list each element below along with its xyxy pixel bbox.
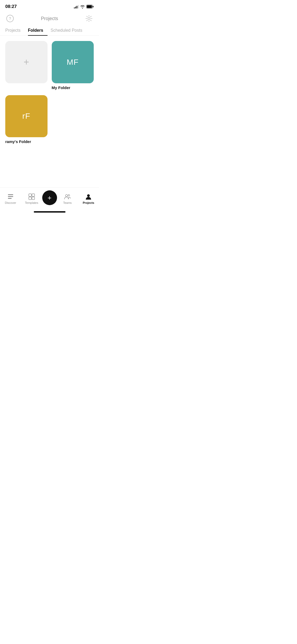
my-folder-tile[interactable]: MF	[52, 41, 94, 83]
templates-icon	[28, 193, 35, 200]
ramys-folder-name: ramy's Folder	[5, 139, 31, 144]
battery-icon	[86, 5, 94, 8]
ramys-folder-initials: rF	[22, 112, 30, 121]
svg-rect-1	[87, 5, 92, 8]
second-row: rF ramy's Folder	[0, 95, 99, 149]
bottom-nav: Discover Templates + Teams	[0, 187, 99, 215]
signal-icon	[74, 5, 79, 8]
header: ? Projects	[0, 12, 99, 25]
add-button[interactable]: +	[42, 190, 57, 205]
svg-rect-11	[29, 197, 31, 200]
my-folder-card[interactable]: MF My Folder	[52, 41, 94, 90]
my-folder-initials: MF	[67, 58, 79, 67]
wifi-icon	[80, 5, 85, 8]
add-plus-icon: +	[48, 194, 51, 201]
svg-text:?: ?	[9, 16, 11, 21]
status-bar: 08:27	[0, 0, 99, 12]
add-folder-tile[interactable]: +	[5, 41, 48, 83]
tab-folders[interactable]: Folders	[28, 25, 48, 35]
svg-rect-9	[29, 194, 31, 196]
teams-label: Teams	[63, 201, 72, 204]
home-indicator	[34, 211, 65, 213]
nav-item-add[interactable]: +	[42, 190, 57, 207]
ramys-folder-tile[interactable]: rF	[5, 95, 48, 137]
status-time: 08:27	[5, 4, 17, 9]
nav-item-projects[interactable]: Projects	[78, 193, 99, 204]
settings-button[interactable]	[84, 14, 94, 23]
status-icons	[74, 5, 94, 8]
nav-item-discover[interactable]: Discover	[0, 193, 21, 204]
add-folder-icon: +	[23, 57, 29, 67]
svg-rect-12	[32, 197, 35, 200]
my-folder-name: My Folder	[52, 85, 70, 90]
folders-grid: + MF My Folder	[0, 36, 99, 95]
help-button[interactable]: ?	[5, 14, 15, 23]
svg-point-14	[68, 195, 70, 196]
add-folder-card[interactable]: +	[5, 41, 48, 90]
svg-point-5	[88, 17, 90, 20]
teams-icon	[64, 193, 71, 200]
templates-label: Templates	[25, 201, 38, 204]
nav-item-teams[interactable]: Teams	[57, 193, 78, 204]
nav-item-templates[interactable]: Templates	[21, 193, 42, 204]
tab-projects[interactable]: Projects	[5, 25, 25, 35]
projects-icon	[85, 193, 92, 200]
discover-icon	[7, 193, 14, 200]
svg-point-13	[65, 195, 68, 197]
tab-scheduled-posts[interactable]: Scheduled Posts	[51, 25, 87, 35]
svg-rect-6	[8, 194, 13, 195]
header-title: Projects	[41, 16, 58, 21]
svg-rect-8	[8, 198, 12, 199]
ramys-folder-card[interactable]: rF ramy's Folder	[5, 95, 48, 144]
svg-point-15	[87, 194, 90, 197]
projects-label: Projects	[83, 201, 94, 204]
discover-label: Discover	[5, 201, 16, 204]
svg-rect-2	[93, 6, 93, 7]
svg-rect-10	[32, 194, 35, 196]
tabs: Projects Folders Scheduled Posts	[0, 25, 99, 36]
svg-rect-7	[8, 196, 13, 197]
